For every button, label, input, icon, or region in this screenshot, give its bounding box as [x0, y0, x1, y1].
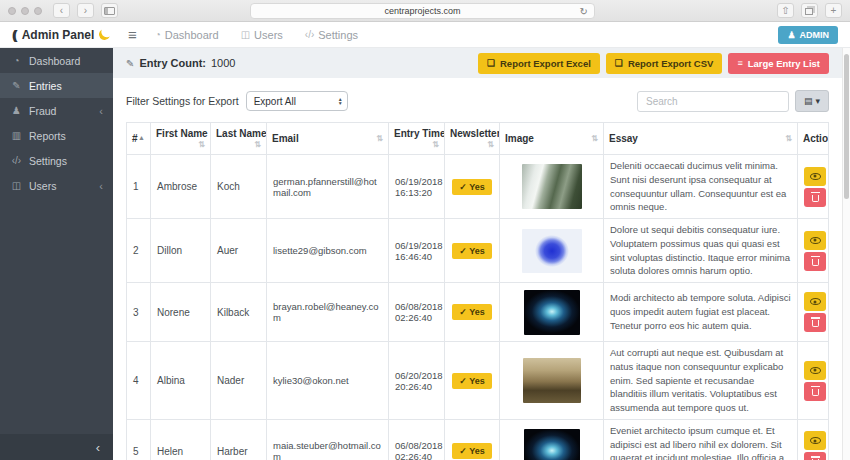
- last-name-cell: Kilback: [211, 283, 267, 342]
- first-name-cell: Dillon: [151, 219, 211, 283]
- column-header[interactable]: First Name ⇅: [151, 123, 211, 155]
- hamburger-menu-button[interactable]: ≡: [128, 27, 137, 42]
- image-cell: [500, 283, 604, 342]
- edit-icon: ✎: [126, 58, 134, 69]
- user-icon: ♟: [787, 30, 795, 40]
- column-header-label: Actions: [803, 133, 829, 144]
- sidebar-item[interactable]: ✎ Entries: [0, 73, 113, 98]
- entry-image: [524, 290, 580, 335]
- email-cell: kylie30@okon.net: [267, 342, 389, 420]
- delete-entry-button[interactable]: [804, 188, 826, 207]
- image-cell: [500, 342, 604, 420]
- column-header[interactable]: Image ⇅: [500, 123, 604, 155]
- delete-entry-button[interactable]: [804, 252, 826, 271]
- scrollbar-thumb[interactable]: [844, 54, 849, 199]
- last-name-cell: Koch: [211, 155, 267, 219]
- sidebar-item[interactable]: ◔ Dashboard: [0, 48, 113, 73]
- eye-icon: [810, 173, 821, 180]
- back-button[interactable]: ‹: [53, 3, 70, 18]
- top-nav-item[interactable]: ‹/› Settings: [305, 29, 358, 41]
- view-entry-button[interactable]: [804, 231, 826, 250]
- column-header[interactable]: Newsletter ⇅: [445, 123, 500, 155]
- sidebar-item-icon: ‹/›: [10, 155, 23, 166]
- close-window-icon[interactable]: [8, 7, 16, 15]
- sidebar-item-icon: ▥: [10, 130, 23, 141]
- minimize-window-icon[interactable]: [21, 7, 29, 15]
- entry-count-label: Entry Count:: [139, 57, 206, 69]
- toolbar-button[interactable]: ❏ Report Export Excel: [478, 53, 600, 74]
- sidebar-item[interactable]: ◫ Users ‹: [0, 173, 113, 198]
- column-header[interactable]: Actions: [798, 123, 829, 155]
- view-entry-button[interactable]: [804, 167, 826, 186]
- toolbar-button-icon: ≡: [737, 58, 742, 68]
- app-header: (( Admin Panel ≡ ◔ Dashboard ◫ Users ‹/›…: [0, 22, 850, 48]
- actions-cell: [798, 155, 829, 219]
- export-filter-value: Export All: [254, 96, 296, 107]
- sidebar-item-label: Reports: [29, 130, 66, 142]
- view-entry-button[interactable]: [804, 361, 826, 380]
- table-header-row: # ▲ First Name ⇅ Last Name ⇅ Email ⇅ Ent…: [127, 123, 829, 155]
- column-header[interactable]: Last Name ⇅: [211, 123, 267, 155]
- view-entry-button[interactable]: [804, 292, 826, 311]
- toolbar-button[interactable]: ❏ Report Export CSV: [606, 53, 723, 74]
- sidebar-item[interactable]: ♟ Fraud ‹: [0, 98, 113, 123]
- sidebar-item-label: Settings: [29, 155, 67, 167]
- address-bar[interactable]: centraprojects.com ↻: [250, 3, 595, 19]
- zoom-window-icon[interactable]: [34, 7, 42, 15]
- email-cell: maia.steuber@hotmail.com: [267, 419, 389, 460]
- top-nav-item[interactable]: ◫ Users: [241, 29, 283, 41]
- entries-card: Filter Settings for Export Export All ▲ …: [113, 78, 842, 460]
- reload-icon[interactable]: ↻: [580, 6, 588, 17]
- image-cell: [500, 419, 604, 460]
- sidebar-toggle-button[interactable]: [101, 3, 118, 18]
- page-scrollbar[interactable]: [842, 48, 850, 460]
- sort-icon: ⇅: [785, 134, 792, 143]
- toolbar-button[interactable]: ≡ Large Entry List: [728, 53, 829, 74]
- essay-cell: Deleniti occaecati ducimus velit minima.…: [604, 155, 798, 219]
- table-row: 1 Ambrose Koch german.pfannerstill@hotma…: [127, 155, 829, 219]
- brand-logo[interactable]: (( Admin Panel: [12, 27, 110, 42]
- toolbar-button-label: Report Export Excel: [500, 58, 591, 69]
- brand-crescents-icon: ((: [12, 27, 15, 42]
- newsletter-badge: ✓ Yes: [452, 373, 491, 389]
- column-header[interactable]: Essay ⇅: [604, 123, 798, 155]
- sort-icon: ⇅: [198, 140, 205, 149]
- sidebar-item[interactable]: ▥ Reports: [0, 123, 113, 148]
- column-header[interactable]: Entry Time ⇅: [389, 123, 445, 155]
- row-number-cell: 2: [127, 219, 151, 283]
- admin-button[interactable]: ♟ ADMIN: [778, 26, 838, 44]
- column-header[interactable]: Email ⇅: [267, 123, 389, 155]
- email-cell: lisette29@gibson.com: [267, 219, 389, 283]
- search-input[interactable]: [637, 91, 789, 112]
- entry-count-bar: ✎ Entry Count: 1000 ❏ Report Export Exce…: [113, 48, 842, 78]
- newsletter-badge: ✓ Yes: [452, 443, 491, 459]
- top-nav-item[interactable]: ◔ Dashboard: [155, 29, 219, 41]
- view-entry-button[interactable]: [804, 431, 826, 450]
- column-header[interactable]: # ▲: [127, 123, 151, 155]
- column-header-label: Email: [272, 133, 299, 144]
- newsletter-cell: ✓ Yes: [445, 419, 500, 460]
- delete-entry-button[interactable]: [804, 313, 826, 332]
- export-filter-select[interactable]: Export All ▲ ▼: [246, 91, 348, 111]
- entry-count-value: 1000: [211, 57, 235, 69]
- forward-button[interactable]: ›: [77, 3, 94, 18]
- sidebar-item[interactable]: ‹/› Settings: [0, 148, 113, 173]
- last-name-cell: Nader: [211, 342, 267, 420]
- sort-icon: ⇅: [254, 140, 261, 149]
- email-cell: german.pfannerstill@hotmail.com: [267, 155, 389, 219]
- eye-icon: [810, 237, 821, 244]
- sidebar-item-label: Fraud: [29, 105, 56, 117]
- sidebar-collapse-button[interactable]: ‹: [0, 434, 113, 460]
- new-tab-button[interactable]: +: [825, 3, 842, 18]
- columns-toggle-button[interactable]: ▤ ▾: [795, 90, 829, 112]
- filter-label: Filter Settings for Export: [126, 95, 239, 107]
- sort-icon: ⇅: [376, 134, 383, 143]
- column-header-label: Image: [505, 133, 534, 144]
- entry-time-cell: 06/08/2018 02:26:40: [389, 419, 445, 460]
- tabs-overview-button[interactable]: [801, 3, 818, 18]
- delete-entry-button[interactable]: [804, 452, 826, 460]
- share-button[interactable]: ⇧: [777, 3, 794, 18]
- nav-item-label: Settings: [318, 29, 358, 41]
- sidebar-item-icon: ◔: [10, 55, 23, 66]
- delete-entry-button[interactable]: [804, 382, 826, 401]
